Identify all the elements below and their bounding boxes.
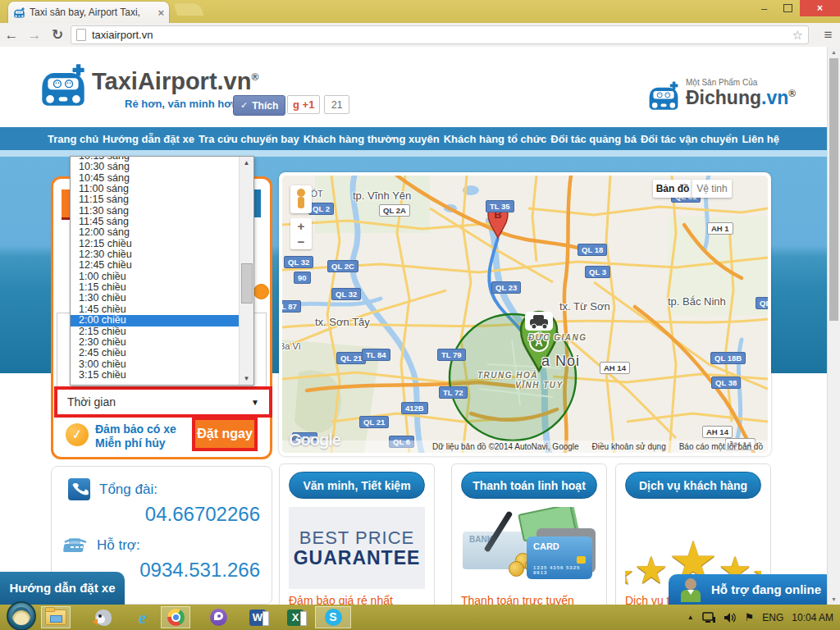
map-zoom-in-button[interactable]: + <box>290 218 312 234</box>
new-tab-button[interactable] <box>174 3 204 16</box>
chrome-icon <box>167 609 185 626</box>
system-tray: ▲ ⚑ ENG 10:04 AM <box>687 605 833 630</box>
language-indicator[interactable]: ENG <box>762 612 783 623</box>
time-option[interactable]: 11:45 sáng <box>71 217 240 227</box>
address-bar[interactable]: taxiairport.vn ☆ <box>71 25 809 44</box>
url-text[interactable]: taxiairport.vn <box>92 29 792 41</box>
time-option[interactable]: 12:15 chiều <box>71 239 240 249</box>
nav-item[interactable]: Tra cứu chuyến bay <box>199 133 299 145</box>
nav-item[interactable]: Liên hệ <box>742 133 779 145</box>
hotline-label: Tổng đài: <box>99 482 158 498</box>
road-badge: TL 72 <box>439 386 468 399</box>
time-option[interactable]: 1:30 chiều <box>71 293 240 304</box>
taskbar-word[interactable]: W <box>243 606 272 628</box>
site-header: TaxiAirport.vn® Rẻ hơn, văn minh hơn. ✓T… <box>0 47 827 127</box>
nav-item[interactable]: Khách hàng thường xuyên <box>304 133 440 145</box>
chat-widget[interactable]: Hỗ trợ đang online <box>669 574 829 605</box>
time-option[interactable]: 12:00 sáng <box>71 227 240 238</box>
clock[interactable]: 10:04 AM <box>792 612 833 623</box>
swap-locations-icon[interactable] <box>253 284 269 299</box>
time-option[interactable]: 11:30 sáng <box>71 206 240 217</box>
time-option[interactable]: 10:45 sáng <box>71 173 240 184</box>
map-label: a Noi <box>541 353 580 370</box>
nav-item[interactable]: Trang chủ <box>48 133 98 145</box>
map-label: tx. Từ Sơn <box>559 300 610 313</box>
promo-footer-link[interactable]: Thanh toán trực tuyến <box>461 594 574 605</box>
network-icon[interactable] <box>702 612 715 623</box>
taskbar-bird-app[interactable] <box>89 606 118 628</box>
dichung-logo[interactable]: Một Sản Phẩm Của Đichung.vn® <box>646 75 827 116</box>
map-report-link[interactable]: Báo cáo một lỗi bản đồ <box>679 442 763 451</box>
main-navigation: Trang chủHướng dẫn đặt xeTra cứu chuyến … <box>0 127 827 150</box>
time-option[interactable]: 11:00 sáng <box>71 184 240 194</box>
taxiairport-logo-text[interactable]: TaxiAirport.vn® <box>92 68 258 95</box>
close-button[interactable]: × <box>800 0 840 16</box>
time-option[interactable]: 11:15 sáng <box>71 194 240 205</box>
promo-footer-link[interactable]: Dịch vụ ti <box>625 594 673 605</box>
map-terms-link[interactable]: Điều khoản sử dụng <box>592 442 666 451</box>
taskbar-skype[interactable]: S <box>315 606 351 628</box>
street-view-control[interactable] <box>290 185 312 213</box>
tray-expand-icon[interactable]: ▲ <box>687 614 694 621</box>
taskbar-viber[interactable] <box>203 606 233 628</box>
start-button[interactable] <box>7 601 36 630</box>
hotline-number[interactable]: 04.66702266 <box>145 503 260 526</box>
time-option[interactable]: 1:45 chiều <box>71 304 240 315</box>
time-option[interactable]: 12:30 chiều <box>71 249 240 260</box>
nav-item[interactable]: Đối tác quảng bá <box>550 133 637 145</box>
support-number[interactable]: 0934.531.266 <box>139 559 260 582</box>
time-option[interactable]: 1:00 chiều <box>71 272 240 282</box>
time-option[interactable]: 2:30 chiều <box>71 337 240 348</box>
tab-close-icon[interactable]: × <box>158 7 164 19</box>
taskbar-excel[interactable]: X <box>281 606 310 628</box>
taskbar-internet-explorer[interactable]: e <box>128 606 158 628</box>
dropdown-scroll-thumb[interactable] <box>241 263 253 304</box>
minimize-button[interactable]: – <box>752 0 776 16</box>
google-plus-count: 21 <box>324 95 349 114</box>
book-now-button[interactable]: Đặt ngay <box>192 417 258 451</box>
scrollbar-thumb[interactable] <box>829 58 838 321</box>
scrollbar-down-icon[interactable]: ▼ <box>828 596 840 602</box>
time-option[interactable]: 10:30 sáng <box>71 162 240 172</box>
forward-icon[interactable]: → <box>23 27 46 43</box>
satellite-type-button[interactable]: Vệ tinh <box>692 180 732 198</box>
nav-item[interactable]: Khách hàng tổ chức <box>444 133 547 145</box>
time-option[interactable]: 2:00 chiều <box>71 315 240 326</box>
facebook-like-button[interactable]: ✓Thích <box>233 95 285 116</box>
scrollbar-up-icon[interactable]: ▲ <box>828 49 840 55</box>
taskbar-explorer[interactable] <box>41 606 71 628</box>
scroll-up-icon[interactable]: ▲ <box>240 157 253 169</box>
promo-footer-link[interactable]: Đảm bảo giá rẻ nhất <box>289 594 393 605</box>
map-canvas[interactable]: B A QL 2QL 2ATL <box>282 176 768 453</box>
bookmark-star-icon[interactable]: ☆ <box>792 28 803 43</box>
time-option[interactable]: 2:15 chiều <box>71 326 240 337</box>
time-option[interactable]: 12:45 chiều <box>71 260 240 271</box>
map-zoom-out-button[interactable]: − <box>290 234 312 249</box>
time-option[interactable]: 1:15 chiều <box>71 282 240 293</box>
time-dropdown[interactable]: 10:15 sáng10:30 sáng10:45 sáng11:00 sáng… <box>70 156 254 386</box>
action-center-flag-icon[interactable]: ⚑ <box>745 611 755 623</box>
guide-tab[interactable]: Hướng dẫn đặt xe <box>0 572 125 605</box>
map-panel: B A QL 2QL 2ATL <box>279 172 771 456</box>
time-option[interactable]: 3:15 chiều <box>71 370 240 381</box>
nav-item[interactable]: Hướng dẫn đặt xe <box>103 133 194 145</box>
back-icon[interactable]: ← <box>0 27 23 43</box>
scroll-down-icon[interactable]: ▼ <box>240 372 253 385</box>
chrome-menu-icon[interactable]: ≡ <box>815 27 840 43</box>
restore-button[interactable] <box>776 0 800 16</box>
time-option[interactable]: 3:00 chiều <box>71 359 240 370</box>
google-plus-one-button[interactable]: g +1 <box>287 95 320 114</box>
tab-title: Taxi sân bay, Airport Taxi, <box>30 7 154 18</box>
reload-icon[interactable]: ↻ <box>46 26 69 43</box>
nav-item[interactable]: Đối tác vận chuyển <box>641 133 737 145</box>
excel-icon: X <box>287 609 304 626</box>
page-scrollbar[interactable]: ▲ ▼ <box>827 47 840 605</box>
taxiairport-logo-icon[interactable] <box>38 63 89 107</box>
volume-icon[interactable] <box>724 612 737 623</box>
taskbar-chrome[interactable] <box>161 606 190 628</box>
browser-tab[interactable]: Taxi sân bay, Airport Taxi, × <box>8 2 169 23</box>
dropdown-scrollbar[interactable]: ▲ ▼ <box>239 157 253 385</box>
map-type-button[interactable]: Bản đồ <box>653 180 692 198</box>
time-option[interactable]: 2:45 chiều <box>71 348 240 358</box>
time-select[interactable]: Thời gian ▼ <box>54 386 272 418</box>
